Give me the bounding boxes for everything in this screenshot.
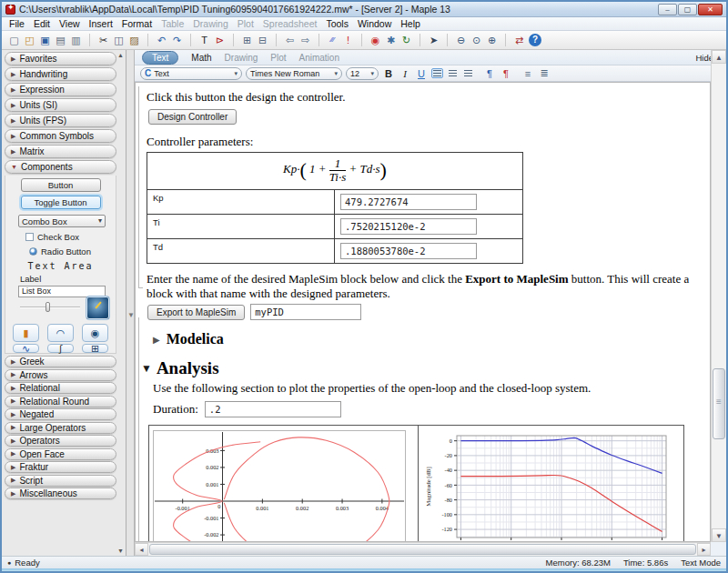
- font-family-combo[interactable]: Times New Roman ▾: [246, 67, 342, 80]
- bode-plot[interactable]: 0-20-40-60-80-100-1201.×1001.×1011.×1021…: [422, 430, 680, 542]
- menu-edit[interactable]: Edit: [29, 18, 55, 29]
- vertical-scroll-thumb[interactable]: [713, 368, 725, 439]
- print-icon[interactable]: ▤: [53, 33, 68, 47]
- modelica-section-header[interactable]: ▶ Modelica: [153, 331, 703, 347]
- insert-section-icon[interactable]: ⊞: [239, 33, 255, 47]
- scroll-left-icon[interactable]: ◂: [135, 543, 148, 556]
- component-plot-icon[interactable]: ∿: [13, 344, 39, 353]
- palette-operators[interactable]: ▶Operators: [5, 435, 116, 447]
- new-document-icon[interactable]: ▢: [6, 33, 22, 47]
- component-slider-track[interactable]: [20, 307, 80, 308]
- undo-icon[interactable]: ↶: [154, 33, 169, 47]
- menu-tools[interactable]: Tools: [321, 18, 353, 29]
- palette-relational[interactable]: ▶Relational: [5, 382, 116, 394]
- open-file-icon[interactable]: ◰: [22, 33, 37, 47]
- kp-input[interactable]: 479.2727674: [340, 194, 477, 210]
- print-preview-icon[interactable]: ▥: [68, 33, 84, 47]
- expanded-triangle-icon[interactable]: ▼: [141, 362, 152, 376]
- component-meter-icon[interactable]: ◠: [47, 324, 74, 342]
- scroll-down-icon[interactable]: ▼: [712, 528, 726, 542]
- menu-format[interactable]: Format: [117, 18, 157, 29]
- palette-miscellaneous[interactable]: ▶Miscellaneous: [5, 488, 116, 499]
- horizontal-scrollbar[interactable]: ◂ ▸: [135, 542, 711, 556]
- debug-icon[interactable]: ✱: [383, 33, 399, 47]
- menu-file[interactable]: File: [5, 18, 29, 29]
- menu-view[interactable]: View: [55, 18, 85, 29]
- worksheet-viewport[interactable]: Click this button the design the control…: [135, 82, 711, 542]
- design-controller-button[interactable]: Design Controller: [148, 109, 237, 125]
- scroll-right-icon[interactable]: ▸: [697, 543, 711, 556]
- component-block-diagram-icon[interactable]: ⊞: [82, 344, 108, 353]
- ti-input[interactable]: .7520215120e-2: [340, 218, 477, 235]
- palette-components[interactable]: ▼ Components: [5, 160, 116, 174]
- palette-open-face[interactable]: ▶Open Face: [5, 448, 116, 460]
- align-left-button[interactable]: [431, 68, 443, 78]
- component-button[interactable]: Button: [21, 178, 101, 192]
- palette-handwriting[interactable]: ▶Handwriting: [5, 67, 116, 81]
- italic-button[interactable]: I: [399, 68, 411, 79]
- paste-icon[interactable]: ▨: [126, 33, 142, 47]
- cut-icon[interactable]: ✂: [96, 33, 111, 47]
- analysis-section-header[interactable]: ▼ Analysis: [141, 358, 703, 378]
- tab-math[interactable]: Math: [191, 53, 211, 63]
- restart-icon[interactable]: ↻: [399, 33, 414, 47]
- palette-large-operators[interactable]: ▶Large Operators: [5, 422, 116, 434]
- zoom-in-icon[interactable]: ⊕: [484, 33, 500, 47]
- title-bar[interactable]: C:\Users\tvrablik\AppData\Local\Temp\PID…: [2, 2, 726, 17]
- demote-block-icon[interactable]: ¶: [500, 68, 512, 79]
- vertical-scrollbar[interactable]: ▲ ▼: [711, 50, 726, 542]
- palette-scroll-down-icon[interactable]: ▼: [117, 548, 124, 554]
- component-math-expression-icon[interactable]: ∫: [47, 344, 74, 353]
- horizontal-scroll-thumb[interactable]: [149, 544, 696, 555]
- bullet-list-icon[interactable]: ≡: [521, 68, 534, 79]
- menu-insert[interactable]: Insert: [85, 18, 117, 29]
- component-slider-thumb[interactable]: [46, 302, 50, 312]
- promote-block-icon[interactable]: ¶: [483, 68, 496, 79]
- tab-text[interactable]: Text: [142, 51, 178, 65]
- collapsed-triangle-icon[interactable]: ▶: [153, 335, 160, 345]
- execute-icon[interactable]: !: [340, 33, 356, 47]
- interrupt-icon[interactable]: ◉: [368, 33, 383, 47]
- component-combo-box[interactable]: Combo Box▾: [18, 215, 106, 227]
- help-icon[interactable]: ?: [529, 34, 541, 46]
- component-rotary-gauge-icon[interactable]: ◉: [82, 324, 108, 342]
- dock-splitter[interactable]: ▼: [126, 50, 135, 556]
- palette-units-fps[interactable]: ▶Units (FPS): [5, 114, 116, 127]
- dock-collapse-icon[interactable]: ▼: [127, 311, 135, 319]
- font-size-combo[interactable]: 12 ▾: [346, 67, 379, 80]
- maximize-button[interactable]: ▢: [678, 4, 697, 15]
- nyquist-plot[interactable]: -0.0010.0010.0020.0030.0040-0.003-0.002-…: [153, 430, 414, 542]
- palette-negated[interactable]: ▶Negated: [5, 408, 116, 420]
- pointer-icon[interactable]: ➤: [426, 33, 441, 47]
- execute-all-icon[interactable]: ⁄⁄⁄: [325, 33, 340, 47]
- paragraph-style-combo[interactable]: C Text ▾: [140, 67, 242, 80]
- export-to-maplesim-button[interactable]: Export to MapleSim: [147, 305, 245, 320]
- palette-common-symbols[interactable]: ▶Common Symbols: [5, 129, 116, 143]
- palette-favorites[interactable]: ▶Favorites: [5, 52, 116, 65]
- tab-mode-icon[interactable]: ⇄: [511, 33, 527, 47]
- minimize-button[interactable]: –: [658, 4, 677, 15]
- save-icon[interactable]: ▣: [37, 33, 53, 47]
- palette-units-si[interactable]: ▶Units (SI): [5, 98, 116, 112]
- insert-maple-input-icon[interactable]: ⊳: [212, 33, 228, 47]
- palette-script[interactable]: ▶Script: [5, 475, 116, 487]
- palette-scroll-up-icon[interactable]: ▲: [117, 52, 124, 58]
- palette-relational-round[interactable]: ▶Relational Round: [5, 396, 116, 407]
- redo-icon[interactable]: ↷: [169, 33, 185, 47]
- close-button[interactable]: ✕: [698, 4, 723, 15]
- copy-icon[interactable]: ◫: [111, 33, 126, 47]
- component-dial-icon[interactable]: [86, 296, 110, 320]
- component-volume-gauge-icon[interactable]: ▮: [13, 324, 39, 342]
- scroll-up-icon[interactable]: ▲: [712, 50, 726, 64]
- td-input[interactable]: .1880053780e-2: [340, 243, 477, 259]
- palette-arrows[interactable]: ▶Arrows: [5, 369, 116, 381]
- palette-expression[interactable]: ▶Expression: [5, 83, 116, 96]
- align-right-button[interactable]: [462, 68, 474, 78]
- bold-button[interactable]: B: [382, 68, 395, 79]
- forward-icon[interactable]: ⇨: [298, 33, 313, 47]
- align-center-button[interactable]: [447, 68, 459, 78]
- component-text-area[interactable]: Text Area: [5, 261, 116, 271]
- component-radio-button[interactable]: Radio Button: [29, 246, 91, 256]
- menu-window[interactable]: Window: [353, 18, 396, 29]
- palette-fraktur[interactable]: ▶Fraktur: [5, 461, 116, 473]
